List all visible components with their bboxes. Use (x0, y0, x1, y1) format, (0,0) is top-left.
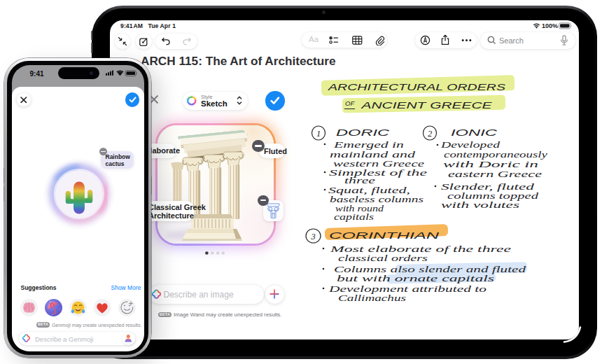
svg-text:eastern Greece: eastern Greece (448, 169, 542, 179)
svg-text:with volutes: with volutes (441, 200, 519, 210)
svg-text:3: 3 (310, 232, 315, 241)
svg-text:Callimachus: Callimachus (338, 293, 406, 303)
svg-text:Developed: Developed (440, 139, 500, 150)
svg-text:contemporaneously: contemporaneously (444, 149, 547, 160)
svg-text:ANCIENT GREECE: ANCIENT GREECE (360, 100, 493, 111)
svg-text:capitals: capitals (334, 211, 374, 222)
svg-text:three: three (344, 175, 375, 186)
svg-text:2: 2 (428, 129, 432, 139)
svg-text:classical orders: classical orders (338, 253, 428, 263)
svg-text:CORINTHIAN: CORINTHIAN (329, 231, 440, 241)
svg-text:but with ornate capitals: but with ornate capitals (337, 273, 494, 284)
svg-text:1: 1 (316, 129, 321, 139)
svg-text:with Doric in: with Doric in (443, 159, 538, 169)
svg-text:IONIC: IONIC (451, 128, 498, 138)
svg-text:OF: OF (345, 99, 355, 107)
svg-text:ARCHITECTURAL ORDERS: ARCHITECTURAL ORDERS (328, 82, 505, 92)
svg-text:DORIC: DORIC (336, 128, 391, 138)
